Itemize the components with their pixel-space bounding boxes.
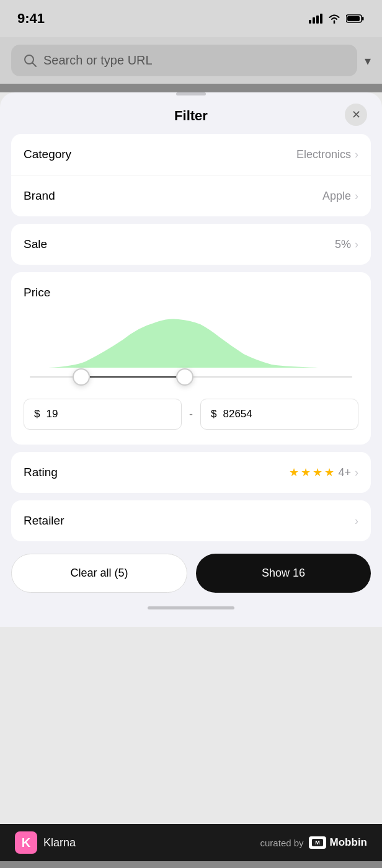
- brand-value-text: Apple: [322, 190, 351, 203]
- svg-text:M: M: [315, 839, 320, 846]
- search-icon: [24, 54, 37, 68]
- currency-symbol-max: $: [211, 408, 216, 420]
- star-1: ★: [289, 466, 299, 479]
- brand-chevron: ›: [355, 190, 358, 203]
- svg-rect-1: [313, 17, 315, 24]
- svg-rect-2: [316, 16, 319, 24]
- price-separator: -: [189, 408, 193, 421]
- brand-label: Brand: [24, 189, 55, 203]
- category-value-text: Electronics: [296, 148, 351, 161]
- category-label: Category: [24, 148, 71, 161]
- klarna-logo: K Klarna: [15, 831, 76, 854]
- curated-by: curated by M Mobbin: [260, 836, 367, 849]
- retailer-card: Retailer ›: [11, 500, 371, 541]
- star-4: ★: [324, 466, 334, 479]
- category-chevron: ›: [355, 148, 358, 161]
- curated-by-label: curated by: [260, 838, 304, 848]
- svg-rect-0: [309, 20, 311, 24]
- retailer-value: ›: [355, 515, 358, 528]
- retailer-label: Retailer: [24, 514, 64, 528]
- battery-icon: [346, 14, 365, 24]
- home-indicator: [0, 599, 382, 612]
- svg-rect-3: [320, 14, 322, 24]
- modal-title: Filter: [174, 108, 208, 124]
- price-min-input[interactable]: $ 19: [24, 399, 182, 430]
- status-time: 9:41: [17, 11, 45, 27]
- browser-chevron-down[interactable]: ▾: [365, 53, 371, 68]
- status-icons: [309, 14, 365, 24]
- mobbin-icon: M: [309, 836, 326, 849]
- sale-label: Sale: [24, 237, 47, 251]
- page-background: Filter ✕ Category Electronics › Brand Ap…: [0, 92, 382, 824]
- price-max-input[interactable]: $ 82654: [200, 399, 358, 430]
- currency-symbol-min: $: [34, 408, 40, 420]
- klarna-initial: K: [22, 836, 30, 850]
- retailer-row[interactable]: Retailer ›: [11, 500, 371, 541]
- rating-label: Rating: [24, 466, 58, 479]
- rating-text: 4+: [338, 466, 351, 479]
- range-active-track: [81, 376, 184, 378]
- home-bar: [148, 606, 234, 609]
- rating-chevron: ›: [355, 466, 358, 479]
- price-range-slider[interactable]: [30, 368, 352, 386]
- klarna-app-name: Klarna: [43, 836, 76, 849]
- klarna-icon: K: [15, 831, 37, 854]
- rating-card: Rating ★ ★ ★ ★ 4+ ›: [11, 452, 371, 493]
- svg-rect-5: [362, 17, 364, 20]
- rating-row[interactable]: Rating ★ ★ ★ ★ 4+ ›: [11, 452, 371, 493]
- search-bar[interactable]: Search or type URL: [11, 45, 357, 76]
- range-thumb-max[interactable]: [176, 368, 193, 386]
- price-max-value: 82654: [223, 408, 252, 420]
- brand-row[interactable]: Brand Apple ›: [11, 175, 371, 216]
- star-2: ★: [301, 466, 311, 479]
- svg-line-8: [33, 63, 37, 66]
- brand-value: Apple ›: [322, 190, 358, 203]
- rating-value: ★ ★ ★ ★ 4+ ›: [289, 466, 358, 479]
- show-results-button[interactable]: Show 16: [196, 554, 371, 593]
- footer-buttons: Clear all (5) Show 16: [0, 541, 382, 599]
- status-bar: 9:41: [0, 0, 382, 37]
- star-3: ★: [313, 466, 322, 479]
- price-inputs: $ 19 - $ 82654: [24, 399, 358, 430]
- browser-bar: Search or type URL ▾: [0, 37, 382, 84]
- sale-value-text: 5%: [335, 238, 351, 251]
- sale-row[interactable]: Sale 5% ›: [11, 224, 371, 265]
- mobbin-logo: M Mobbin: [309, 836, 367, 849]
- sale-value: 5% ›: [335, 238, 358, 251]
- wifi-icon: [327, 14, 341, 24]
- close-button[interactable]: ✕: [345, 104, 367, 126]
- price-histogram: [24, 312, 358, 368]
- rating-stars: ★ ★ ★ ★: [289, 466, 334, 479]
- search-bar-text: Search or type URL: [43, 53, 153, 68]
- category-value: Electronics ›: [296, 148, 358, 161]
- svg-rect-6: [347, 16, 360, 21]
- retailer-chevron: ›: [355, 515, 358, 528]
- category-row[interactable]: Category Electronics ›: [11, 134, 371, 175]
- price-card: Price: [11, 272, 371, 445]
- clear-all-button[interactable]: Clear all (5): [11, 554, 187, 593]
- range-thumb-min[interactable]: [73, 368, 90, 386]
- signal-icon: [309, 14, 322, 24]
- price-min-value: 19: [46, 408, 58, 420]
- filter-sections: Category Electronics › Brand Apple ›: [0, 134, 382, 541]
- filter-modal: Filter ✕ Category Electronics › Brand Ap…: [0, 92, 382, 627]
- sale-chevron: ›: [355, 238, 358, 251]
- modal-header: Filter ✕: [0, 95, 382, 134]
- bottom-bar: K Klarna curated by M Mobbin: [0, 824, 382, 861]
- sale-card: Sale 5% ›: [11, 224, 371, 265]
- category-brand-card: Category Electronics › Brand Apple ›: [11, 134, 371, 216]
- price-label: Price: [24, 286, 358, 299]
- mobbin-text: Mobbin: [330, 836, 367, 849]
